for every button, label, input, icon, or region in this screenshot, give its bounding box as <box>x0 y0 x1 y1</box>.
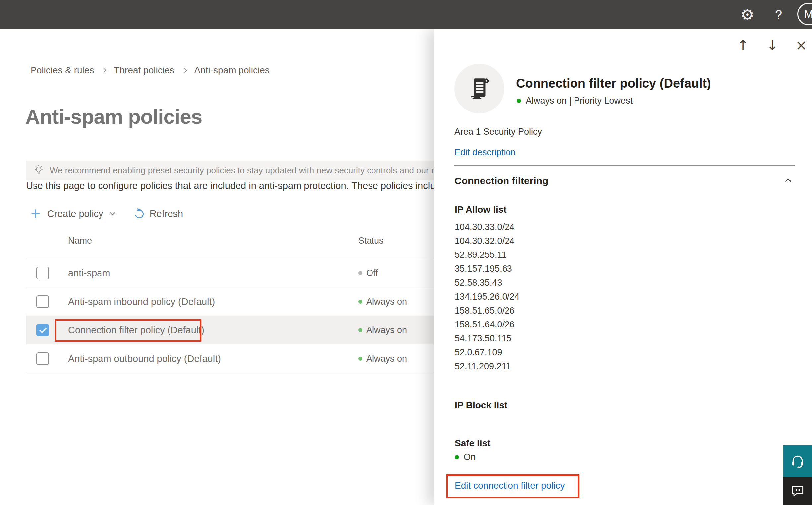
policy-description-text: Area 1 Security Policy <box>454 127 542 137</box>
ip-entry: 52.0.67.109 <box>455 345 520 359</box>
policy-name: Anti-spam inbound policy (Default) <box>68 287 215 316</box>
flyout-nav: ↑ ↓ × <box>736 36 809 54</box>
table-row-selected[interactable]: Connection filter policy (Default) Alway… <box>26 316 444 344</box>
recommendation-banner-text: We recommend enabling preset security po… <box>50 165 444 176</box>
ip-entry: 158.51.64.0/26 <box>455 318 520 331</box>
row-checkbox[interactable] <box>36 352 49 365</box>
top-app-bar: ⚙ ? M <box>0 0 812 29</box>
policy-name: anti-spam <box>68 259 110 287</box>
ip-allow-list-heading: IP Allow list <box>455 204 506 215</box>
row-checkbox[interactable] <box>36 267 49 279</box>
ip-entry: 52.89.255.11 <box>455 248 520 262</box>
safe-list-status-label: On <box>464 452 476 462</box>
create-policy-button[interactable]: + Create policy <box>30 207 115 220</box>
policy-name: Anti-spam outbound policy (Default) <box>68 344 221 373</box>
flyout-title: Connection filter policy (Default) <box>516 76 801 91</box>
page-description: Use this page to configure policies that… <box>26 180 457 191</box>
support-button[interactable] <box>783 445 812 477</box>
breadcrumb-threat-policies[interactable]: Threat policies <box>114 65 174 76</box>
refresh-button[interactable]: Refresh <box>133 207 183 220</box>
ip-entry: 52.11.209.211 <box>455 359 520 373</box>
refresh-icon <box>133 207 146 220</box>
status-dot-on <box>358 357 362 361</box>
policy-status: Always on <box>358 344 407 373</box>
breadcrumb: Policies & rules Threat policies Anti-sp… <box>30 65 270 76</box>
flyout-status-label: Always on | Priority Lowest <box>526 96 633 106</box>
status-label: Always on <box>366 325 407 335</box>
lightbulb-icon <box>33 165 44 176</box>
table-row[interactable]: anti-spam Off <box>26 259 444 287</box>
page-title: Anti-spam policies <box>25 105 202 128</box>
table-row[interactable]: Anti-spam inbound policy (Default) Alway… <box>26 287 444 316</box>
status-label: Off <box>366 268 378 278</box>
status-dot-on <box>358 328 362 332</box>
safe-list-status: On <box>455 452 476 462</box>
flyout-status: Always on | Priority Lowest <box>517 96 633 106</box>
feedback-bubble-icon <box>790 484 805 498</box>
status-label: Always on <box>366 354 407 364</box>
chevron-right-icon <box>102 68 107 73</box>
chevron-right-icon <box>182 68 187 73</box>
ip-entry: 35.157.195.63 <box>455 262 520 276</box>
status-label: Always on <box>366 297 407 307</box>
ip-block-list-heading: IP Block list <box>455 400 507 411</box>
ip-entry: 158.51.65.0/26 <box>455 304 520 318</box>
help-icon[interactable]: ? <box>770 0 787 29</box>
ip-entry: 52.58.35.43 <box>455 276 520 290</box>
status-dot-on <box>358 300 362 304</box>
close-icon[interactable]: × <box>794 36 809 54</box>
ip-allow-list: 104.30.33.0/24 104.30.32.0/24 52.89.255.… <box>455 220 520 373</box>
edit-connection-filter-policy-link[interactable]: Edit connection filter policy <box>455 480 565 491</box>
safe-list-heading: Safe list <box>455 438 490 449</box>
table-row[interactable]: Anti-spam outbound policy (Default) Alwa… <box>26 344 444 373</box>
breadcrumb-policies-rules[interactable]: Policies & rules <box>30 65 94 76</box>
column-header-name[interactable]: Name <box>68 235 92 246</box>
status-dot-on <box>455 455 459 459</box>
policy-status: Off <box>358 259 378 287</box>
headset-icon <box>790 453 806 469</box>
policy-status: Always on <box>358 287 407 316</box>
chevron-down-icon <box>110 210 115 215</box>
settings-icon[interactable]: ⚙ <box>737 0 758 29</box>
column-header-status[interactable]: Status <box>358 235 384 246</box>
ip-entry: 54.173.50.115 <box>455 331 520 345</box>
next-item-icon[interactable]: ↓ <box>765 36 780 54</box>
divider <box>454 165 795 166</box>
screen: ⚙ ? M Policies & rules Threat policies A… <box>0 0 812 505</box>
policy-status: Always on <box>358 316 407 344</box>
row-checkbox[interactable] <box>36 295 49 308</box>
recommendation-banner: We recommend enabling preset security po… <box>26 161 444 180</box>
ip-entry: 104.30.33.0/24 <box>455 220 520 234</box>
ip-entry: 134.195.26.0/24 <box>455 290 520 304</box>
previous-item-icon[interactable]: ↑ <box>736 36 750 54</box>
status-dot-on <box>517 99 521 103</box>
row-checkbox-checked[interactable] <box>36 324 49 336</box>
account-avatar[interactable]: M <box>797 3 812 25</box>
status-dot-off <box>358 271 362 275</box>
create-policy-label: Create policy <box>47 208 103 219</box>
section-connection-filtering[interactable]: Connection filtering <box>454 175 795 186</box>
annotation-rectangle <box>55 319 201 342</box>
plus-icon: + <box>30 207 40 220</box>
table-header-divider <box>26 258 444 259</box>
breadcrumb-current: Anti-spam policies <box>194 65 270 76</box>
policy-scroll-icon <box>454 64 504 114</box>
command-bar: + Create policy Refresh <box>30 204 183 223</box>
details-flyout: ↑ ↓ × Connection filter policy (Default)… <box>434 29 812 505</box>
edit-description-link[interactable]: Edit description <box>454 147 516 158</box>
refresh-label: Refresh <box>150 208 183 219</box>
feedback-button[interactable] <box>783 477 812 505</box>
ip-entry: 104.30.32.0/24 <box>455 234 520 248</box>
